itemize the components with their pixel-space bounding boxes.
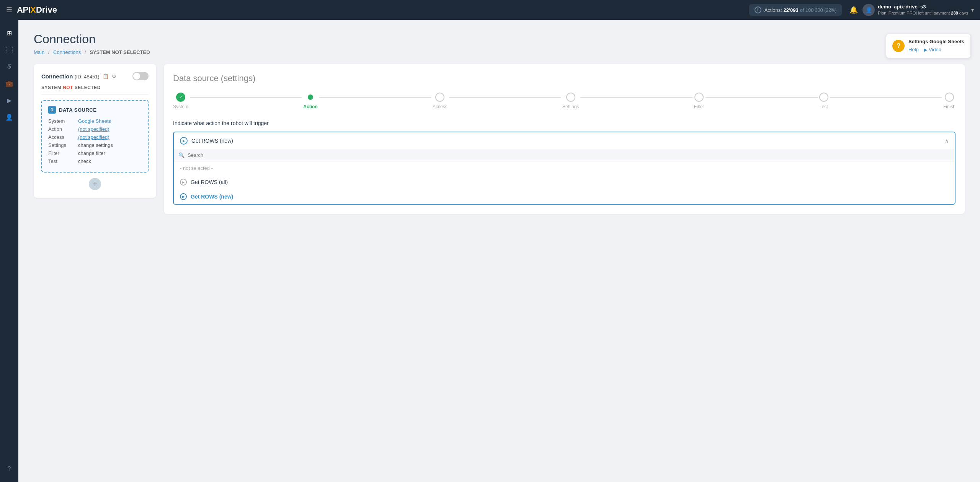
- step-label-system: System: [173, 104, 188, 109]
- dropdown-header[interactable]: ▶ Get ROWS (new) ∧: [174, 132, 955, 149]
- step-circle-finish: [945, 93, 954, 102]
- step-line-4: [580, 97, 692, 98]
- step-circle-system: ✓: [176, 93, 185, 102]
- play-icon: ▶: [180, 137, 188, 145]
- actions-text: Actions: 22'093 of 100'000 (22%): [764, 7, 837, 13]
- video-icon: ▶: [924, 47, 927, 52]
- actions-pct: (22%): [824, 8, 836, 13]
- breadcrumb-sep1: /: [48, 49, 50, 55]
- actions-of: of: [800, 7, 804, 13]
- main-content: Connection Main / Connections / SYSTEM N…: [18, 20, 980, 482]
- step-line-6: [830, 97, 942, 98]
- step-settings[interactable]: Settings: [562, 93, 579, 109]
- sidebar-item-billing[interactable]: $: [2, 60, 16, 73]
- step-access[interactable]: Access: [433, 93, 448, 109]
- step-filter[interactable]: Filter: [694, 93, 704, 109]
- search-box: 🔍: [174, 149, 955, 161]
- page-title: Connection: [34, 32, 965, 46]
- logo: API X Drive: [17, 5, 57, 15]
- connection-title: Connection (ID: 48451): [41, 73, 100, 80]
- user-info: demo_apix-drive_s3 Plan |Premium PRO| le…: [878, 4, 968, 16]
- actions-count: 22'093: [784, 7, 799, 13]
- step-label-action: Action: [303, 104, 317, 109]
- option-get-rows-new[interactable]: ▶ Get ROWS (new): [174, 189, 955, 204]
- logo-api: API: [17, 5, 30, 15]
- help-circle-icon: ?: [892, 40, 905, 52]
- step-line-3: [449, 97, 561, 98]
- breadcrumb-current: SYSTEM NOT SELECTED: [90, 49, 150, 55]
- sidebar-item-play[interactable]: ▶: [2, 93, 16, 107]
- right-panel: Data source (settings) ✓ System Action: [164, 64, 965, 214]
- ds-row-action: Action (not specified): [48, 126, 142, 132]
- logo-x: X: [30, 5, 36, 15]
- video-link[interactable]: Video: [929, 47, 941, 52]
- chevron-down-icon[interactable]: ▾: [971, 7, 974, 13]
- sidebar-item-help[interactable]: ?: [2, 462, 16, 476]
- user-area: 👤 demo_apix-drive_s3 Plan |Premium PRO| …: [862, 4, 974, 16]
- chevron-up-icon: ∧: [945, 138, 949, 144]
- breadcrumb-connections[interactable]: Connections: [53, 49, 81, 55]
- add-datasource-button[interactable]: +: [89, 178, 101, 190]
- step-circle-action: [308, 94, 313, 100]
- sidebar-item-dashboard[interactable]: ⊞: [2, 26, 16, 40]
- topbar: ☰ API X Drive i Actions: 22'093 of 100'0…: [0, 0, 980, 20]
- days-count: 288: [951, 11, 958, 15]
- steps: ✓ System Action Access: [173, 93, 956, 109]
- ds-row-settings: Settings change settings: [48, 142, 142, 148]
- user-name: demo_apix-drive_s3: [878, 4, 968, 10]
- bell-icon[interactable]: 🔔: [849, 6, 858, 14]
- plan-text: Plan |Premium PRO| left until payment: [878, 11, 950, 15]
- help-link[interactable]: Help: [908, 47, 919, 52]
- not-text: NOT: [63, 85, 73, 90]
- toggle-switch[interactable]: [132, 72, 149, 80]
- ds-row-filter: Filter change filter: [48, 150, 142, 156]
- dropdown-selected: Get ROWS (new): [191, 138, 233, 144]
- sidebar: ⊞ ⋮⋮ $ 💼 ▶ 👤 ?: [0, 20, 18, 482]
- step-finish[interactable]: Finish: [943, 93, 956, 109]
- breadcrumb-sep2: /: [85, 49, 86, 55]
- option-label-all: Get ROWS (all): [191, 179, 228, 185]
- days-label: days: [959, 11, 968, 15]
- step-action[interactable]: Action: [303, 93, 317, 109]
- option-get-rows-all[interactable]: ▶ Get ROWS (all): [174, 175, 955, 189]
- breadcrumb-main[interactable]: Main: [34, 49, 44, 55]
- breadcrumb: Main / Connections / SYSTEM NOT SELECTED: [34, 49, 965, 55]
- actions-badge: i Actions: 22'093 of 100'000 (22%): [749, 4, 842, 16]
- action-hint: Indicate what action the robot will trig…: [173, 120, 956, 126]
- dropdown-header-left: ▶ Get ROWS (new): [180, 137, 233, 145]
- avatar: 👤: [862, 4, 875, 16]
- step-line-5: [706, 97, 817, 98]
- gear-icon[interactable]: ⚙: [112, 73, 116, 79]
- dropdown-options: - not selected - ▶ Get ROWS (all) ▶ Get …: [174, 161, 955, 204]
- step-circle-test: [819, 93, 828, 102]
- actions-label: Actions:: [764, 7, 782, 13]
- option-label-new: Get ROWS (new): [191, 194, 233, 200]
- user-plan: Plan |Premium PRO| left until payment 28…: [878, 10, 968, 16]
- step-label-finish: Finish: [943, 104, 956, 109]
- step-line-1: [190, 97, 302, 98]
- sidebar-item-profile[interactable]: 👤: [2, 110, 16, 124]
- step-system[interactable]: ✓ System: [173, 93, 188, 109]
- step-circle-filter: [694, 93, 704, 102]
- sidebar-item-connections[interactable]: ⋮⋮: [2, 43, 16, 57]
- step-line-2: [319, 97, 431, 98]
- not-selected-label: - not selected -: [174, 161, 955, 175]
- step-label-filter: Filter: [694, 104, 704, 109]
- datasource-title: Data source (settings): [173, 73, 956, 83]
- step-test[interactable]: Test: [819, 93, 828, 109]
- step-label-test: Test: [820, 104, 828, 109]
- system-not-selected: SYSTEM NOT SELECTED: [41, 85, 149, 94]
- copy-icon[interactable]: 📋: [103, 73, 109, 79]
- menu-icon[interactable]: ☰: [6, 6, 12, 14]
- help-links: Settings Google Sheets Help ▶ Video: [908, 38, 964, 54]
- sidebar-item-briefcase[interactable]: 💼: [2, 77, 16, 90]
- step-circle-access: [435, 93, 444, 102]
- step-label-access: Access: [433, 104, 448, 109]
- search-icon: 🔍: [178, 152, 185, 158]
- content-row: Connection (ID: 48451) 📋 ⚙ SYSTEM NOT SE…: [34, 64, 965, 214]
- search-input[interactable]: [188, 152, 950, 158]
- ds-label: DATA SOURCE: [59, 107, 96, 113]
- panel-header: Connection (ID: 48451) 📋 ⚙: [41, 72, 149, 80]
- info-icon: i: [755, 7, 761, 13]
- help-tooltip: ? Settings Google Sheets Help ▶ Video: [886, 34, 971, 58]
